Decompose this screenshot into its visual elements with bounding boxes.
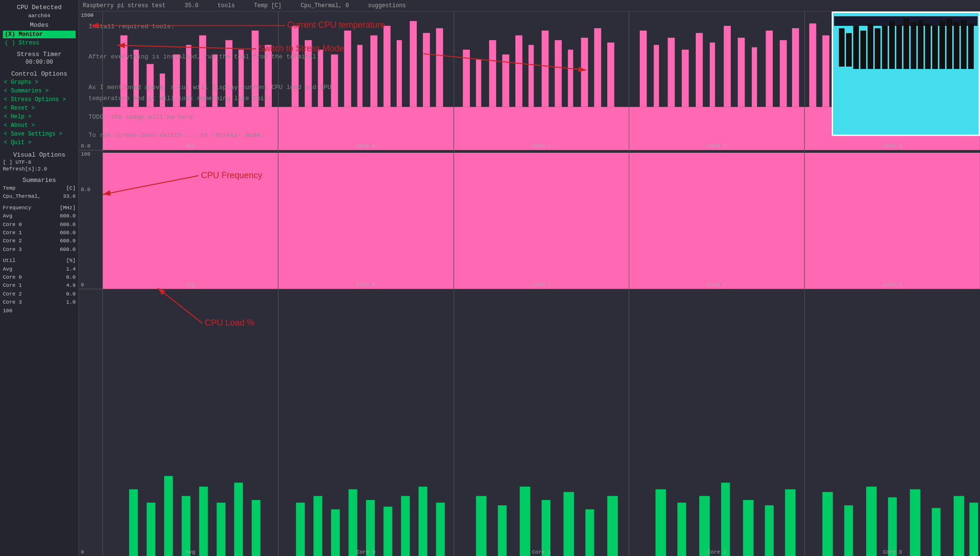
utf8-option[interactable]: [ ] UTF-8 [3, 159, 76, 165]
svg-rect-5 [860, 31, 866, 69]
load-core2-label-panel: Core 2 [629, 549, 804, 555]
svg-rect-28 [199, 35, 206, 107]
svg-rect-35 [291, 26, 299, 107]
about-control[interactable]: < About > [3, 122, 76, 129]
graphs-control[interactable]: < Graphs > [3, 79, 76, 86]
svg-rect-122 [785, 489, 796, 556]
svg-rect-9 [889, 21, 895, 69]
freq-core0-label: Core 0 [3, 221, 22, 228]
load-y-bottom: 0 [81, 549, 100, 555]
svg-rect-108 [436, 503, 445, 556]
svg-rect-64 [682, 50, 689, 107]
svg-rect-117 [678, 503, 686, 556]
svg-rect-54 [541, 31, 548, 107]
stress-mode[interactable]: ( ) Stress [3, 39, 76, 47]
svg-rect-52 [515, 35, 523, 107]
svg-rect-20 [968, 23, 974, 69]
svg-rect-30 [225, 40, 233, 107]
util-y-axis: 100 0 [79, 150, 103, 289]
util-core2-value: 0.0 [66, 291, 76, 298]
topbar-temp-label: Temp [C] [254, 2, 282, 9]
svg-rect-11 [903, 19, 909, 69]
stress-options-control[interactable]: < Stress Options > [3, 96, 76, 103]
util-core2-label: Core 2 [3, 291, 22, 298]
svg-rect-53 [528, 45, 534, 107]
load-core1-panel: Core 1 [454, 289, 630, 556]
svg-rect-98 [234, 483, 243, 556]
load-core0-panel: Core 0 [278, 289, 454, 556]
util-avg-panel: Avg [103, 150, 278, 289]
freq-core2-label: Core 2 [3, 238, 22, 245]
svg-rect-49 [476, 59, 481, 107]
freq-avg-label: Avg [3, 213, 12, 220]
svg-rect-104 [366, 500, 375, 556]
temp-header-row: Temp [C] [3, 185, 76, 192]
util-core2-row: Core 2 0.0 [3, 291, 76, 298]
util-core0-panel: Core 0 [278, 150, 454, 289]
svg-rect-25 [160, 74, 165, 107]
quit-control[interactable]: < Quit > [3, 139, 76, 147]
freq-core1-value: 600.0 [60, 229, 76, 237]
save-settings-control[interactable]: < Save Settings > [3, 130, 76, 138]
summaries-control[interactable]: < Summaries > [3, 87, 76, 95]
svg-rect-23 [134, 50, 139, 107]
svg-rect-90 [629, 153, 804, 289]
svg-rect-94 [164, 476, 173, 556]
svg-rect-2 [839, 28, 845, 67]
temp-label: Temp [3, 185, 15, 192]
svg-rect-10 [896, 25, 902, 69]
svg-rect-97 [217, 503, 225, 556]
svg-rect-89 [454, 153, 629, 289]
control-options-label: Control Options [3, 70, 76, 78]
util-label: Util [3, 257, 15, 264]
svg-rect-12 [911, 22, 916, 69]
util-unit: [%] [66, 257, 76, 264]
util-header-row: Util [%] [3, 257, 76, 264]
svg-rect-123 [823, 492, 833, 556]
svg-rect-91 [805, 153, 980, 289]
freq-avg-row: Avg 600.0 [3, 213, 76, 220]
svg-rect-41 [370, 35, 378, 107]
svg-rect-125 [866, 487, 877, 556]
freq-core2-label-panel: Core 2 [629, 143, 804, 149]
freq-unit: [MHz] [60, 204, 76, 212]
util-core2-label-panel: Core 2 [629, 282, 804, 288]
svg-rect-95 [182, 496, 190, 556]
reset-control[interactable]: < Reset > [3, 104, 76, 112]
svg-rect-43 [397, 40, 402, 107]
svg-rect-72 [792, 28, 800, 107]
load-core3-panel: Core 3 [805, 289, 980, 556]
util-core1-row: Core 1 4.9 [3, 282, 76, 289]
svg-rect-103 [348, 489, 357, 556]
freq-avg-label: Avg [103, 143, 278, 149]
load-core2-panel: Core 2 [629, 289, 805, 556]
cpu-thermal-label: Cpu_Thermal, [3, 193, 41, 200]
svg-rect-128 [932, 508, 940, 556]
svg-rect-14 [925, 23, 931, 69]
stress-timer-value: 00:00:00 [3, 59, 76, 66]
freq-avg-value: 600.0 [60, 213, 76, 220]
svg-rect-42 [383, 26, 390, 107]
svg-rect-37 [318, 50, 323, 107]
svg-rect-70 [766, 31, 773, 107]
svg-rect-109 [476, 496, 486, 556]
svg-rect-118 [700, 496, 710, 556]
svg-rect-40 [357, 45, 362, 107]
freq-y-bottom: 0.0 [81, 143, 100, 149]
svg-rect-17 [947, 19, 952, 69]
freq-core2-panel: Core 2 [629, 11, 805, 150]
monitor-mode[interactable]: (X) Monitor [3, 31, 76, 38]
util-core1-label-panel: Core 1 [454, 282, 629, 288]
svg-rect-107 [418, 487, 427, 556]
svg-rect-39 [344, 31, 351, 107]
util-core0-label: Core 0 [3, 274, 22, 281]
svg-rect-45 [423, 33, 430, 107]
topbar-temp-val: 35.0 [185, 2, 199, 9]
visual-options-label: Visual Options [3, 151, 76, 159]
load-core0-label-panel: Core 0 [278, 549, 454, 555]
load-core1-label-panel: Core 1 [454, 549, 629, 555]
help-control[interactable]: < Help > [3, 113, 76, 121]
freq-core1-label-panel: Core 1 [454, 143, 629, 149]
svg-rect-33 [265, 45, 272, 107]
svg-rect-99 [252, 500, 260, 556]
